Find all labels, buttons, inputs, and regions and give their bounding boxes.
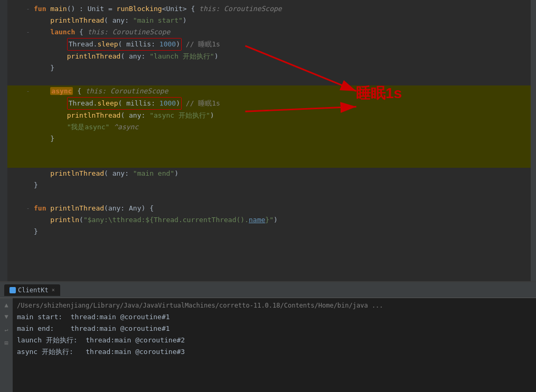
code-line-12: } [7,133,536,145]
code-line-6: } [7,62,536,74]
line-code-6: } [32,62,536,74]
sleep-annotation-label: 睡眠1s [356,83,402,103]
thread-sleep-box-2: Thread.sleep( millis: 1000) [67,97,182,110]
line-code-3: launch { this: CoroutineScope [32,26,536,38]
code-line-15: printlnThread( any: "main end") [7,168,536,179]
thread-sleep-box-1: Thread.sleep( millis: 1000) [67,38,182,51]
code-line-5: printlnThread( any: "launch 开始执行") [7,51,536,62]
line-code-18: fun printlnThread(any: Any) { [32,203,536,214]
scroll-up-button[interactable]: ▲ [2,300,11,310]
code-content: - fun main() : Unit = runBlocking<Unit> … [7,0,536,241]
code-line-13 [7,145,536,156]
code-line-17 [7,191,536,203]
fold-icon-3[interactable]: - [24,26,32,38]
type-hint-coroutinescope: this: CoroutineScope [199,5,282,13]
line-code-10: printlnThread( any: "async 开始执行") [32,110,536,121]
console-line-2: main end: thread:main @coroutine#1 [17,323,532,334]
keyword-fun: fun [34,5,50,13]
code-line-1: - fun main() : Unit = runBlocking<Unit> … [7,3,536,15]
fn-main: main [50,5,67,13]
line-code-19: println("$any:\tthread:${Thread.currentT… [32,214,536,226]
fold-icon-8[interactable]: - [24,85,32,97]
code-line-7 [7,74,536,85]
async-keyword: async [50,87,73,95]
fold-icon-18[interactable]: - [24,203,32,214]
fn-runblocking: runBlocking [117,5,162,13]
tab-close-button[interactable]: × [52,287,55,293]
bottom-panel: ClientKt × ▲ ▼ ↩ ⊞ /Users/shizhenjiang/L… [0,281,536,392]
filter-button[interactable]: ⊞ [2,338,11,348]
code-line-18: - fun printlnThread(any: Any) { [7,203,536,214]
tab-clientkt[interactable]: ClientKt × [4,284,60,296]
line-code-16: } [32,179,536,191]
line-code-1: fun main() : Unit = runBlocking<Unit> { … [32,3,536,15]
console-line-1: main start: thread:main @coroutine#1 [17,312,532,322]
code-line-10: printlnThread( any: "async 开始执行") [7,110,536,121]
right-scrollbar[interactable] [531,0,536,281]
code-line-11: "我是async" ^async [7,121,536,133]
wrap-button[interactable]: ↩ [2,326,11,335]
line-code-8: async { this: CoroutineScope [32,85,536,97]
code-line-3: - launch { this: CoroutineScope [7,26,536,38]
code-line-14 [7,156,536,168]
code-line-20: } [7,226,536,237]
main-layout: - fun main() : Unit = runBlocking<Unit> … [0,0,536,281]
line-code-5: printlnThread( any: "launch 开始执行") [32,51,536,62]
scroll-down-button[interactable]: ▼ [2,312,11,321]
line-code-2: printlnThread( any: "main start") [32,15,536,26]
console-path: /Users/shizhenjiang/Library/Java/JavaVir… [17,300,532,311]
code-line-4: Thread.sleep( millis: 1000) // 睡眠1s [7,38,536,51]
line-code-11: "我是async" ^async [32,121,536,133]
code-line-9: Thread.sleep( millis: 1000) // 睡眠1s [7,97,536,110]
tab-label: ClientKt [18,286,49,294]
line-code-15: printlnThread( any: "main end") [32,168,536,179]
line-code-9: Thread.sleep( millis: 1000) // 睡眠1s [32,97,536,110]
code-line-16: } [7,179,536,191]
tab-icon [10,287,16,293]
line-code-12: } [32,133,536,145]
bottom-left-icons: ▲ ▼ ↩ ⊞ [0,298,13,392]
left-sidebar [0,0,7,281]
fold-icon-1[interactable]: - [24,3,32,15]
line-code-4: Thread.sleep( millis: 1000) // 睡眠1s [32,38,536,51]
type-unit: Unit [88,5,104,13]
code-line-8: - async { this: CoroutineScope [7,85,536,97]
code-line-19: println("$any:\tthread:${Thread.currentT… [7,214,536,226]
bottom-tabs: ClientKt × [0,282,536,298]
console-line-3: launch 开始执行: thread:main @coroutine#2 [17,335,532,346]
code-wrapper: - fun main() : Unit = runBlocking<Unit> … [7,0,536,281]
console-content: /Users/shizhenjiang/Library/Java/JavaVir… [13,298,536,392]
console-line-4: async 开始执行: thread:main @coroutine#3 [17,347,532,357]
code-line-2: printlnThread( any: "main start") [7,15,536,26]
line-code-20: } [32,226,536,237]
